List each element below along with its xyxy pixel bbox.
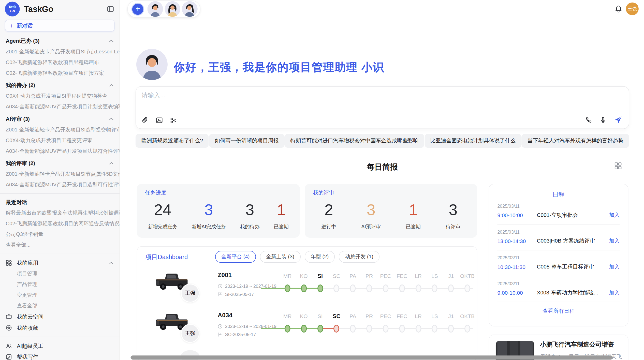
section-agent-done[interactable]: Agent已办 (3) [0, 36, 120, 46]
notification-bell-icon[interactable] [615, 5, 622, 13]
sidebar-item-cloud-space[interactable]: 我的云空间 [0, 311, 120, 322]
favorites-label: 我的收藏 [17, 324, 38, 332]
suggestion-chip[interactable]: 当下年轻人对汽车外观有怎样的喜好趋势 [522, 134, 629, 148]
sidebar-item[interactable]: C0X4-动力总成开发项目SI里程碑提交物检查 [0, 91, 120, 101]
milestone-label: FEC [394, 313, 410, 319]
schedule-item[interactable]: 2025/03/11 9:00-10:00 C001-立项审批会 加入 [497, 199, 620, 225]
my-apps-label: 我的应用 [17, 259, 38, 267]
stat-value: 2 [321, 202, 336, 217]
filter-chip[interactable]: 全新上装 (3) [260, 251, 300, 263]
sidebar-item-my-apps[interactable]: 我的应用 [0, 257, 120, 268]
logo-line1: Task [8, 5, 16, 9]
stat-caption: 已逾期 [406, 223, 421, 230]
schedule-item[interactable]: 2025/03/11 10:30-11:30 C005-整车工程目标评审 加入 [497, 250, 620, 276]
section-my-todo[interactable]: 我的待办 (2) [0, 80, 120, 91]
sidebar-item[interactable]: Z001-全新燃油轻卡产品开发项目SI节点属性5D文件评审 [0, 169, 120, 179]
chevron-up-icon[interactable] [109, 261, 114, 265]
milestone-dot [334, 284, 340, 292]
horizontal-scrollbar[interactable] [130, 355, 613, 359]
stat-value: 24 [148, 202, 178, 217]
layout-grid-icon[interactable] [614, 162, 622, 170]
sidebar-collapse-icon[interactable] [106, 5, 114, 13]
attach-icon[interactable] [142, 117, 149, 124]
sidebar-item[interactable]: A034-全新新能源MUV产品开发项目造型可行性评审 [0, 179, 120, 190]
chat-input[interactable] [141, 91, 574, 116]
milestone-dot [301, 325, 307, 333]
schedule-title: 日程 [497, 184, 620, 199]
milestone-label: PEC [377, 273, 394, 279]
filter-chip[interactable]: 动总开发 (1) [339, 251, 379, 263]
microphone-icon[interactable] [599, 116, 606, 123]
user-avatar[interactable]: 王强 [626, 3, 639, 15]
schedule-name: C001-立项审批会 [537, 212, 606, 219]
section-my-review[interactable]: 我的评审 (2) [0, 158, 120, 169]
join-link[interactable]: 加入 [609, 237, 620, 245]
view-all-chats[interactable]: 查看全部... [0, 240, 120, 250]
assistant-avatar[interactable] [148, 1, 163, 17]
app-item-change-mgmt[interactable]: 变更管理 [0, 290, 120, 301]
sidebar-item-ai-staff[interactable]: AI超级员工 [0, 340, 120, 352]
stat-value: 3 [192, 202, 226, 217]
suggestion-chip[interactable]: 比亚迪全固态电池计划具体说了什么 [425, 134, 521, 148]
filter-chip[interactable]: 全新平台 (4) [215, 251, 256, 263]
suggestion-chip[interactable]: 如何写一份清晰的项目周报 [209, 134, 284, 148]
stat-value: 3 [361, 202, 381, 217]
add-assistant-button[interactable]: + [131, 3, 144, 15]
phone-icon[interactable] [585, 116, 592, 123]
sidebar-item[interactable]: Z001-全新燃油皮卡产品开发项目SI节点Lesson Learn报告 [0, 46, 120, 57]
sidebar-item[interactable]: A034-全新新能源MUV产品开发项目法规符合性评审 [0, 146, 120, 156]
scissors-icon[interactable] [170, 117, 177, 124]
chevron-up-icon[interactable] [109, 117, 114, 121]
milestone-dot [415, 325, 421, 333]
chevron-up-icon[interactable] [109, 162, 114, 165]
milestone-dot [366, 284, 372, 292]
recent-chat-item[interactable]: 解释最新出台的欧盟报废车法规再生塑料比例被调至15%... [0, 208, 120, 218]
assistant-avatar[interactable] [165, 1, 180, 17]
schedule-date: 2025/03/11 [497, 281, 620, 286]
suggestion-chip[interactable]: 特朗普可能对进口汽车增税会对中国车企造成哪些影响 [285, 134, 424, 148]
new-chat-label: 新对话 [17, 22, 33, 29]
project-row[interactable]: 王强 Z001 2023-12-19 ~ 2027-01-19 SI-2025-… [145, 266, 470, 307]
app-item-project-mgmt[interactable]: 项目管理 [0, 268, 120, 279]
sidebar-item-help-write[interactable]: 帮我写作 [0, 351, 120, 360]
section-ai-review[interactable]: AI评审 (3) [0, 114, 120, 124]
sidebar-item[interactable]: C02-飞腾新能源轻客改款项目里程碑画布 [0, 57, 120, 68]
sidebar-item[interactable]: Z001-全新燃油轻卡产品开发项目SI造型提交物评审 [0, 124, 120, 135]
chevron-up-icon[interactable] [109, 84, 114, 87]
filter-chip[interactable]: 年型 (2) [304, 251, 335, 263]
stat: 1 已逾期 [406, 202, 421, 230]
sidebar-item[interactable]: C0X4-动力总成开发项目工程变更评审 [0, 135, 120, 146]
suggestion-chip[interactable]: 欧洲新规最近颁布了什么? [136, 134, 209, 148]
suggestion-chips: 欧洲新规最近颁布了什么? 如何写一份清晰的项目周报 特朗普可能对进口汽车增税会对… [136, 134, 629, 148]
milestone-dot [350, 325, 356, 333]
join-link[interactable]: 加入 [609, 263, 620, 271]
join-link[interactable]: 加入 [609, 289, 620, 296]
send-icon[interactable] [614, 116, 622, 124]
milestone-track: MRKOSISCPAPRPECFECLRLSJ1OKTB [279, 313, 476, 334]
recent-chat-item[interactable]: C02-飞腾新能源轻客改款项目的闭环通告反馈情况 [0, 218, 120, 229]
project-row[interactable]: 王强 A034 2023-12-19 ~ 2026-01-19 SC-2025-… [145, 307, 470, 348]
milestone-label: LR [410, 273, 426, 279]
milestone-dot [448, 284, 454, 292]
join-link[interactable]: 加入 [609, 212, 620, 219]
milestone-dot [350, 284, 356, 292]
milestone-dot [366, 325, 372, 333]
image-icon[interactable] [156, 117, 163, 124]
chevron-up-icon[interactable] [109, 39, 114, 43]
section-label: Agent已办 (3) [6, 37, 40, 45]
view-all-schedule[interactable]: 查看所有日程 [497, 302, 620, 315]
stat-caption: 进行中 [321, 223, 336, 230]
project-code: A034 [218, 312, 232, 319]
recent-chat-item[interactable]: 公司Q3轻卡销量 [0, 229, 120, 240]
app-logo: Task Go [5, 2, 20, 16]
view-all-apps[interactable]: 查看全部... [0, 301, 120, 311]
sidebar-item[interactable]: C02-飞腾新能源轻客改款项目立项汇报方案 [0, 68, 120, 78]
schedule-item[interactable]: 2025/03/11 9:00-10:00 X003-车辆动力学性能验... 加… [497, 276, 620, 302]
stat-value: 1 [406, 202, 421, 217]
new-chat-button[interactable]: + 新对话 [5, 20, 114, 32]
app-item-product-mgmt[interactable]: 产品管理 [0, 279, 120, 290]
assistant-avatar[interactable] [182, 1, 197, 17]
sidebar-item-favorites[interactable]: 我的收藏 [0, 322, 120, 334]
schedule-item[interactable]: 2025/03/11 13:00-14:30 C003|H0B-方案冻结评审 加… [497, 224, 620, 250]
sidebar-item[interactable]: A034-全新新能源MUV产品开发项目计划变更表编写 [0, 101, 120, 112]
